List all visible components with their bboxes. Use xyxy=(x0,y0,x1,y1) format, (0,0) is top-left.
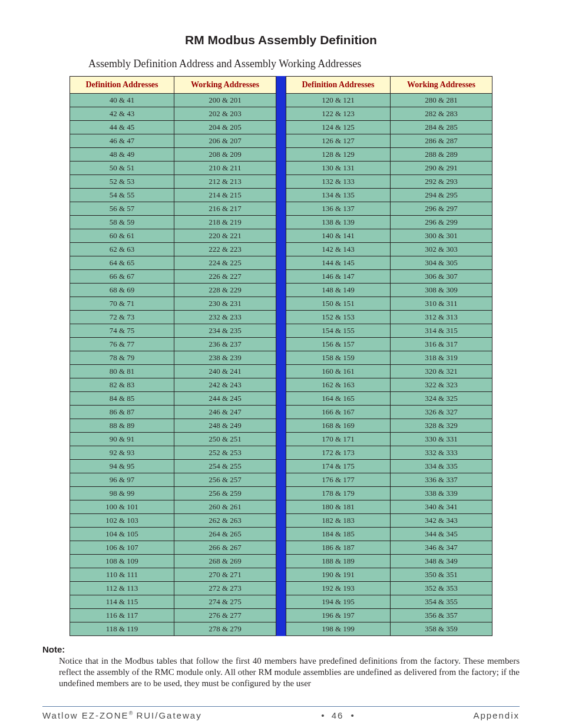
table-row: 132 & 133292 & 293 xyxy=(286,175,492,189)
working-address-cell: 334 & 335 xyxy=(391,460,492,473)
table-row: 114 & 115274 & 275 xyxy=(70,595,276,609)
working-address-cell: 312 & 313 xyxy=(391,311,492,324)
definition-address-cell: 184 & 185 xyxy=(286,528,391,541)
working-address-cell: 340 & 341 xyxy=(391,500,492,514)
working-address-cell: 306 & 307 xyxy=(391,270,492,284)
working-address-cell: 226 & 227 xyxy=(174,270,276,284)
definition-address-cell: 196 & 197 xyxy=(286,609,391,622)
definition-address-cell: 136 & 137 xyxy=(286,202,391,216)
working-address-cell: 292 & 293 xyxy=(391,175,492,189)
table-row: 194 & 195354 & 355 xyxy=(286,595,492,609)
definition-address-cell: 126 & 127 xyxy=(286,134,391,148)
table-row: 126 & 127286 & 287 xyxy=(286,134,492,148)
definition-address-cell: 146 & 147 xyxy=(286,270,391,284)
definition-address-cell: 120 & 121 xyxy=(286,94,391,107)
definition-address-cell: 64 & 65 xyxy=(70,256,174,270)
definition-address-cell: 118 & 119 xyxy=(70,622,174,636)
table-row: 130 & 131290 & 291 xyxy=(286,162,492,175)
table-row: 180 & 181340 & 341 xyxy=(286,500,492,514)
table-row: 106 & 107266 & 267 xyxy=(70,541,276,555)
table-row: 142 & 143302 & 303 xyxy=(286,243,492,256)
definition-address-cell: 98 & 99 xyxy=(70,487,174,500)
address-tables: Definition Addresses Working Addresses 4… xyxy=(42,76,520,636)
table-row: 62 & 63222 & 223 xyxy=(70,243,276,256)
working-address-cell: 332 & 333 xyxy=(391,446,492,460)
table-row: 84 & 85244 & 245 xyxy=(70,392,276,406)
definition-address-cell: 70 & 71 xyxy=(70,297,174,311)
col-header-working: Working Addresses xyxy=(391,77,492,94)
col-header-definition: Definition Addresses xyxy=(286,77,391,94)
definition-address-cell: 56 & 57 xyxy=(70,202,174,216)
definition-address-cell: 104 & 105 xyxy=(70,528,174,541)
table-row: 154 & 155314 & 315 xyxy=(286,324,492,338)
working-address-cell: 300 & 301 xyxy=(391,229,492,243)
definition-address-cell: 108 & 109 xyxy=(70,555,174,568)
table-row: 162 & 163322 & 323 xyxy=(286,378,492,392)
table-row: 134 & 135294 & 295 xyxy=(286,189,492,202)
table-row: 40 & 41200 & 201 xyxy=(70,94,276,107)
definition-address-cell: 130 & 131 xyxy=(286,162,391,175)
definition-address-cell: 162 & 163 xyxy=(286,378,391,392)
working-address-cell: 338 & 339 xyxy=(391,487,492,500)
table-row: 104 & 105264 & 265 xyxy=(70,528,276,541)
table-row: 74 & 75234 & 235 xyxy=(70,324,276,338)
table-row: 68 & 69228 & 229 xyxy=(70,284,276,297)
definition-address-cell: 180 & 181 xyxy=(286,500,391,514)
table-row: 80 & 81240 & 241 xyxy=(70,365,276,378)
note-body: Notice that in the Modbus tables that fo… xyxy=(59,655,520,690)
table-row: 148 & 149308 & 309 xyxy=(286,284,492,297)
definition-address-cell: 74 & 75 xyxy=(70,324,174,338)
working-address-cell: 342 & 343 xyxy=(391,514,492,528)
table-row: 192 & 193352 & 353 xyxy=(286,582,492,595)
definition-address-cell: 142 & 143 xyxy=(286,243,391,256)
definition-address-cell: 138 & 139 xyxy=(286,216,391,229)
working-address-cell: 206 & 207 xyxy=(174,134,276,148)
working-address-cell: 350 & 351 xyxy=(391,568,492,582)
address-table-left: Definition Addresses Working Addresses 4… xyxy=(70,76,276,636)
working-address-cell: 218 & 219 xyxy=(174,216,276,229)
working-address-cell: 326 & 327 xyxy=(391,406,492,419)
definition-address-cell: 40 & 41 xyxy=(70,94,174,107)
table-row: 100 & 101260 & 261 xyxy=(70,500,276,514)
table-row: 124 & 125284 & 285 xyxy=(286,121,492,134)
definition-address-cell: 166 & 167 xyxy=(286,406,391,419)
table-row: 146 & 147306 & 307 xyxy=(286,270,492,284)
definition-address-cell: 82 & 83 xyxy=(70,378,174,392)
table-row: 128 & 129288 & 289 xyxy=(286,148,492,162)
table-row: 118 & 119278 & 279 xyxy=(70,622,276,636)
table-row: 60 & 61220 & 221 xyxy=(70,229,276,243)
table-row: 156 & 157316 & 317 xyxy=(286,338,492,351)
definition-address-cell: 156 & 157 xyxy=(286,338,391,351)
definition-address-cell: 192 & 193 xyxy=(286,582,391,595)
working-address-cell: 246 & 247 xyxy=(174,406,276,419)
table-row: 190 & 191350 & 351 xyxy=(286,568,492,582)
definition-address-cell: 128 & 129 xyxy=(286,148,391,162)
definition-address-cell: 170 & 171 xyxy=(286,433,391,446)
definition-address-cell: 172 & 173 xyxy=(286,446,391,460)
working-address-cell: 250 & 251 xyxy=(174,433,276,446)
definition-address-cell: 54 & 55 xyxy=(70,189,174,202)
definition-address-cell: 168 & 169 xyxy=(286,419,391,433)
definition-address-cell: 174 & 175 xyxy=(286,460,391,473)
table-row: 76 & 77236 & 237 xyxy=(70,338,276,351)
working-address-cell: 244 & 245 xyxy=(174,392,276,406)
definition-address-cell: 72 & 73 xyxy=(70,311,174,324)
page-subtitle: Assembly Definition Address and Assembly… xyxy=(88,58,520,70)
table-row: 72 & 73232 & 233 xyxy=(70,311,276,324)
page-footer: Watlow EZ-ZONE® RUI/Gateway • 46 • Appen… xyxy=(42,710,520,720)
table-row: 168 & 169328 & 329 xyxy=(286,419,492,433)
definition-address-cell: 124 & 125 xyxy=(286,121,391,134)
definition-address-cell: 160 & 161 xyxy=(286,365,391,378)
table-row: 172 & 173332 & 333 xyxy=(286,446,492,460)
definition-address-cell: 152 & 153 xyxy=(286,311,391,324)
note-heading: Note: xyxy=(42,644,520,654)
working-address-cell: 262 & 263 xyxy=(174,514,276,528)
table-header-row: Definition Addresses Working Addresses xyxy=(286,77,492,94)
definition-address-cell: 110 & 111 xyxy=(70,568,174,582)
working-address-cell: 220 & 221 xyxy=(174,229,276,243)
working-address-cell: 330 & 331 xyxy=(391,433,492,446)
definition-address-cell: 76 & 77 xyxy=(70,338,174,351)
table-row: 164 & 165324 & 325 xyxy=(286,392,492,406)
definition-address-cell: 46 & 47 xyxy=(70,134,174,148)
working-address-cell: 208 & 209 xyxy=(174,148,276,162)
